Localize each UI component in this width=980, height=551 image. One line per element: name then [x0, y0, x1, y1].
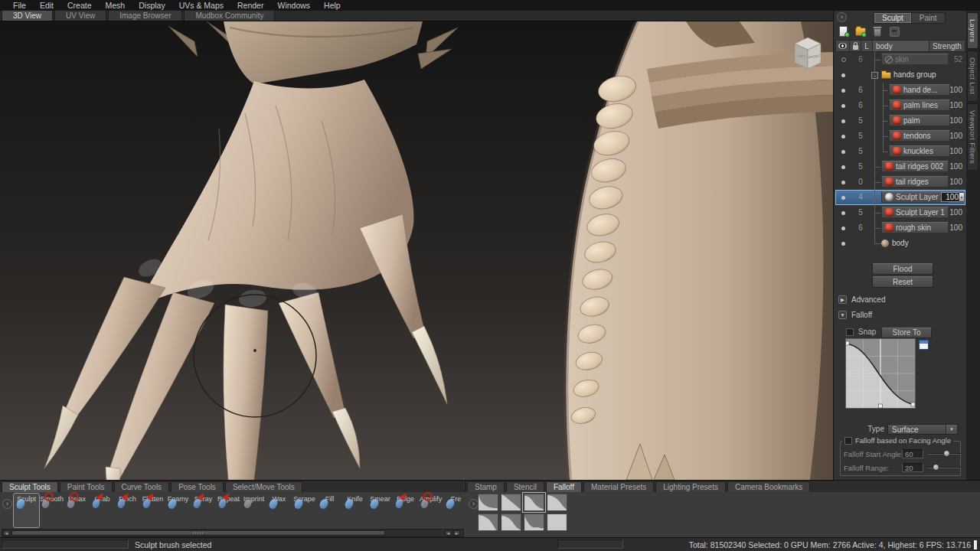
tool-flatten[interactable]: Flatten: [140, 494, 165, 527]
falloff-preset-low-tail[interactable]: [524, 514, 544, 531]
tool-scrape[interactable]: Scrape: [292, 494, 317, 527]
preset-tab-stencil[interactable]: Stencil: [506, 481, 544, 492]
tool-pinch[interactable]: Pinch: [115, 494, 140, 527]
falloff-collapse-icon[interactable]: ▼: [838, 311, 847, 319]
visibility-toggle[interactable]: [841, 73, 845, 77]
falloff-start-angle-value[interactable]: 60: [902, 449, 923, 458]
menu-mesh[interactable]: Mesh: [99, 0, 132, 11]
menu-create[interactable]: Create: [60, 0, 99, 11]
falloff-preset-dome-steep[interactable]: [478, 514, 498, 531]
scroll-left-button[interactable]: ◄: [3, 530, 10, 536]
layer-row-palm-lines[interactable]: 6palm lines100: [835, 98, 965, 113]
creature-back-model[interactable]: [566, 21, 833, 480]
layer-row-body[interactable]: body: [835, 236, 965, 251]
preset-tab-falloff[interactable]: Falloff: [546, 481, 582, 492]
mode-tab-sculpt[interactable]: Sculpt: [874, 13, 912, 23]
menu-help[interactable]: Help: [317, 0, 348, 11]
curve-preset-icon[interactable]: [919, 340, 929, 350]
layer-name-chip[interactable]: rough skin: [881, 222, 949, 233]
new-layer-icon[interactable]: [838, 26, 849, 37]
tool-tab-pose-tools[interactable]: Pose Tools: [171, 481, 224, 492]
mesh-name-header[interactable]: body: [873, 41, 929, 51]
falloff-range-slider[interactable]: [928, 463, 962, 472]
tool-knife[interactable]: Knife: [342, 494, 368, 527]
visibility-toggle[interactable]: [841, 196, 845, 200]
falloff-preset-linear-s[interactable]: [501, 494, 521, 511]
dropdown-arrow-icon[interactable]: ▼: [946, 425, 957, 434]
tab-image-browser[interactable]: Image Browser: [108, 10, 182, 21]
tool-bulge[interactable]: Bulge: [393, 494, 418, 527]
layer-name-chip[interactable]: Sculpt Layer 1: [881, 207, 949, 218]
layer-name-chip[interactable]: tail ridges 002: [881, 161, 949, 172]
panel-collapse-button[interactable]: ›: [837, 12, 847, 22]
menu-render[interactable]: Render: [230, 0, 270, 11]
tool-repeat[interactable]: Repeat: [216, 494, 241, 527]
side-tab-viewport-filters[interactable]: Viewport Filters: [967, 103, 978, 171]
layer-row-skin[interactable]: 6skin52: [835, 52, 965, 67]
tab-uv-view[interactable]: UV View: [54, 10, 106, 21]
layer-name-chip[interactable]: hand de...: [889, 84, 950, 96]
tab-mudbox-community[interactable]: Mudbox Community: [184, 10, 275, 21]
layer-row-hands-group[interactable]: -hands group: [835, 67, 965, 83]
snap-checkbox[interactable]: [846, 328, 854, 336]
visibility-toggle[interactable]: [841, 57, 846, 62]
layer-name-chip[interactable]: palm: [889, 115, 950, 126]
tab-3d-view[interactable]: 3D View: [2, 10, 53, 21]
tool-spray[interactable]: Spray: [191, 494, 216, 527]
visibility-toggle[interactable]: [841, 181, 845, 184]
facing-angle-checkbox[interactable]: [844, 437, 852, 445]
falloff-preset-s-curve[interactable]: [524, 494, 544, 511]
menu-uvs-maps[interactable]: UVs & Maps: [172, 0, 230, 11]
layer-name-chip[interactable]: tendons: [889, 130, 950, 142]
preset-tab-lighting-presets[interactable]: Lighting Presets: [655, 481, 726, 492]
falloff-preset-shoulder[interactable]: [547, 494, 567, 511]
tool-relax[interactable]: Relax: [64, 494, 90, 527]
tool-tab-select-move-tools[interactable]: Select/Move Tools: [225, 481, 302, 492]
tool-wax[interactable]: Wax: [266, 494, 292, 527]
falloff-start-angle-slider[interactable]: [928, 449, 962, 458]
side-tab-layers[interactable]: Layers: [967, 12, 978, 49]
tool-tab-paint-tools[interactable]: Paint Tools: [60, 481, 113, 492]
layer-mask-icon[interactable]: [889, 26, 900, 37]
scroll-left-button-2[interactable]: ◄: [445, 530, 452, 536]
delete-layer-icon[interactable]: [872, 26, 883, 37]
slider-knob[interactable]: [933, 464, 939, 471]
falloff-type-dropdown[interactable]: Surface ▼: [887, 424, 958, 435]
tool-tab-curve-tools[interactable]: Curve Tools: [114, 481, 170, 492]
visibility-toggle[interactable]: [841, 119, 845, 123]
side-tab-object-list[interactable]: Object List: [967, 51, 978, 101]
layer-row-rough-skin[interactable]: 6rough skin100: [835, 220, 965, 236]
tool-fill[interactable]: Fill: [317, 494, 342, 527]
advanced-expand-icon[interactable]: ▶: [838, 295, 847, 304]
scrollbar-thumb[interactable]: [11, 530, 385, 536]
preset-tab-stamp[interactable]: Stamp: [467, 481, 505, 492]
visibility-toggle[interactable]: [841, 104, 845, 108]
visibility-toggle[interactable]: [841, 165, 845, 169]
tool-amplify[interactable]: Amplify: [418, 494, 443, 527]
falloff-preset-dome[interactable]: [501, 514, 521, 531]
scroll-right-button[interactable]: ►: [453, 530, 460, 536]
layer-name-chip[interactable]: tail ridges: [881, 176, 949, 187]
layer-row-sculpt-layer-2[interactable]: 4Sculpt Layer 2100: [835, 190, 965, 205]
flood-button[interactable]: Flood: [872, 263, 933, 275]
layer-name-chip[interactable]: Sculpt Layer 2: [881, 191, 949, 203]
preset-tab-camera-bookmarks[interactable]: Camera Bookmarks: [727, 481, 810, 492]
new-group-icon[interactable]: [855, 26, 866, 37]
layer-row-tail-ridges[interactable]: 0tail ridges100: [835, 174, 965, 190]
slider-knob[interactable]: [943, 450, 950, 457]
menu-file[interactable]: File: [6, 0, 33, 11]
menu-edit[interactable]: Edit: [33, 0, 60, 11]
menu-display[interactable]: Display: [132, 0, 172, 11]
tool-tray-scrollbar[interactable]: ◄ ◄ ►: [2, 529, 464, 537]
tool-grab[interactable]: Grab: [90, 494, 115, 527]
visibility-column-button[interactable]: [836, 41, 850, 51]
layer-name-chip[interactable]: palm lines: [889, 99, 950, 111]
falloff-preset-ease-out[interactable]: [478, 494, 498, 511]
layer-name-chip[interactable]: skin: [881, 54, 949, 65]
layer-row-tendons[interactable]: 5tendons100: [835, 129, 965, 144]
falloff-section-header[interactable]: ▼ Falloff: [838, 311, 872, 319]
visibility-toggle[interactable]: [841, 242, 845, 246]
tool-smear[interactable]: Smear: [368, 494, 393, 527]
layer-row-hand-de[interactable]: 6hand de...100: [835, 83, 965, 98]
store-to-button[interactable]: Store To: [881, 328, 932, 338]
